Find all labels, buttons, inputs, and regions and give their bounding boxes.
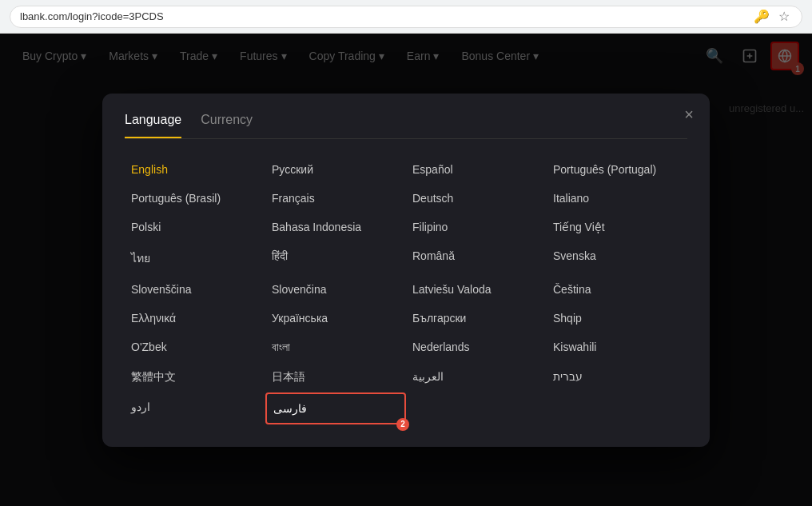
lang-item[interactable]: Shqip xyxy=(547,304,687,333)
language-dialog: × Language Currency EnglishРусскийEspaño… xyxy=(102,94,710,447)
lang-item[interactable]: 繁體中文 xyxy=(125,362,265,392)
lang-item[interactable]: Italiano xyxy=(547,184,687,213)
lang-item[interactable]: বাংলা xyxy=(265,333,406,362)
lang-item[interactable]: Español xyxy=(406,155,547,184)
tab-currency[interactable]: Currency xyxy=(201,113,253,138)
lang-item[interactable]: Čeština xyxy=(547,275,687,304)
lang-item[interactable]: فارسی xyxy=(265,392,406,424)
bookmark-icon[interactable]: ☆ xyxy=(776,9,792,25)
lang-item[interactable]: Svenska xyxy=(547,241,687,275)
lang-item[interactable]: Português (Brasil) xyxy=(125,184,265,213)
dialog-tabs: Language Currency xyxy=(125,113,687,139)
key-icon[interactable]: 🔑 xyxy=(754,9,770,25)
lang-item[interactable]: Bahasa Indonesia xyxy=(265,213,406,241)
lang-item[interactable]: Slovenčina xyxy=(265,275,406,304)
lang-item[interactable]: O'Zbek xyxy=(125,333,265,362)
lang-item[interactable]: Slovenščina xyxy=(125,275,265,304)
lang-item[interactable]: اردو xyxy=(125,392,265,424)
url-bar[interactable]: lbank.com/login?icode=3PCDS 🔑 ☆ xyxy=(10,6,802,28)
lang-item[interactable]: Latviešu Valoda xyxy=(406,275,547,304)
lang-item[interactable]: Português (Portugal) xyxy=(547,155,687,184)
app-wrapper: Buy Crypto ▾ Markets ▾ Trade ▾ Futures ▾… xyxy=(0,34,812,506)
lang-item[interactable]: Français xyxy=(265,184,406,213)
lang-item[interactable]: Ελληνικά xyxy=(125,304,265,333)
tab-language[interactable]: Language xyxy=(125,113,181,138)
lang-item[interactable]: Русский xyxy=(265,155,406,184)
lang-item[interactable]: English xyxy=(125,155,265,184)
lang-item[interactable]: Filipino xyxy=(406,213,547,241)
language-grid: EnglishРусскийEspañolPortuguês (Portugal… xyxy=(125,155,687,424)
url-text: lbank.com/login?icode=3PCDS xyxy=(20,10,754,22)
lang-item[interactable]: العربية xyxy=(406,362,547,392)
lang-item[interactable]: 日本語 xyxy=(265,362,406,392)
lang-item[interactable]: ไทย xyxy=(125,241,265,275)
lang-item[interactable]: Nederlands xyxy=(406,333,547,362)
lang-item[interactable]: Deutsch xyxy=(406,184,547,213)
lang-item[interactable]: עברית xyxy=(547,362,687,392)
lang-item[interactable]: Kiswahili xyxy=(547,333,687,362)
close-button[interactable]: × xyxy=(684,106,694,122)
lang-item[interactable]: Български xyxy=(406,304,547,333)
lang-item[interactable]: Українська xyxy=(265,304,406,333)
browser-chrome: lbank.com/login?icode=3PCDS 🔑 ☆ xyxy=(0,0,812,34)
lang-item[interactable]: Română xyxy=(406,241,547,275)
lang-item[interactable]: Tiếng Việt xyxy=(547,213,687,241)
lang-item[interactable]: Polski xyxy=(125,213,265,241)
modal-overlay: × Language Currency EnglishРусскийEspaño… xyxy=(0,34,812,506)
lang-item[interactable]: हिंदी xyxy=(265,241,406,275)
